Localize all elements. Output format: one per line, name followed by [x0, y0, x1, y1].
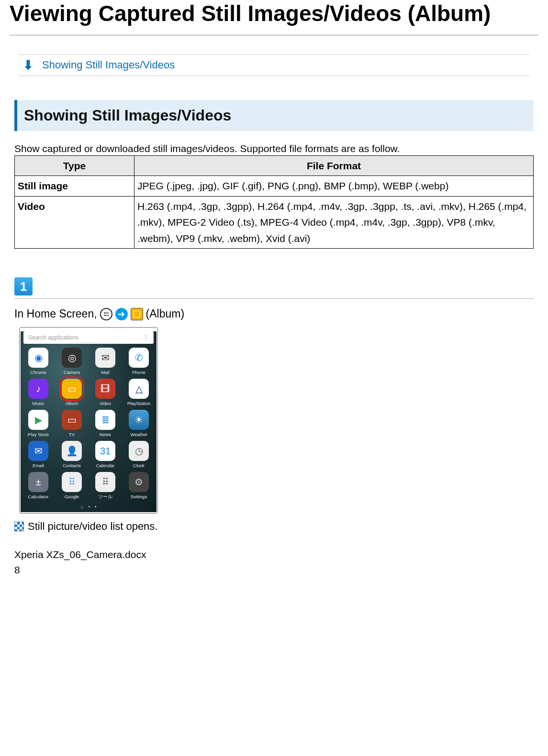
cell-format: H.263 (.mp4, .3gp, .3gpp), H.264 (.mp4, …	[134, 196, 534, 249]
title-rule	[10, 35, 538, 35]
table-row: Video H.263 (.mp4, .3gp, .3gpp), H.264 (…	[15, 196, 534, 249]
down-arrow-icon: ⬇	[23, 58, 34, 73]
step-text-prefix: In Home Screen,	[14, 307, 97, 320]
th-type: Type	[15, 155, 134, 176]
album-icon	[131, 308, 143, 320]
app-cell: ✉Email	[22, 441, 54, 468]
app-cell: ◷Clock	[123, 441, 155, 468]
app-cell: ♪Music	[22, 379, 54, 406]
footer-page-number: 8	[14, 562, 538, 578]
app-icon: ▭	[62, 379, 82, 399]
step-text-suffix: (Album)	[146, 307, 185, 320]
app-cell: ⠿ツール	[89, 472, 121, 500]
app-cell: ▭Album	[56, 379, 88, 406]
app-icon: ☀	[129, 410, 149, 430]
app-label: Google	[65, 494, 79, 499]
app-label: Album	[66, 401, 78, 406]
phone-screenshot: Search applications ⋮ ◉Chrome◎Camera✉Mai…	[19, 327, 158, 514]
cell-type: Video	[15, 196, 134, 249]
app-icon: ✉	[95, 348, 115, 368]
app-cell: ✉Mail	[89, 348, 121, 375]
app-label: TV	[69, 432, 75, 437]
app-icon: ≣	[95, 410, 115, 430]
app-label: Play Store	[28, 432, 49, 437]
step-1-instruction: In Home Screen, ➜ (Album)	[14, 307, 534, 320]
app-label: PlayStation	[127, 401, 150, 406]
app-label: Contacts	[63, 463, 81, 468]
app-icon: ⠿	[62, 472, 82, 492]
app-icon: ▭	[62, 410, 82, 430]
nav-dots: ⌂••	[21, 504, 157, 509]
cell-format: JPEG (.jpeg, .jpg), GIF (.gif), PNG (.pn…	[134, 176, 534, 197]
app-icon: ✉	[28, 441, 48, 461]
app-label: Weather	[130, 432, 147, 437]
cell-type: Still image	[15, 176, 134, 197]
app-icon: 31	[95, 441, 115, 461]
app-cell: ◉Chrome	[22, 348, 54, 375]
app-label: News	[100, 432, 111, 437]
footer-filename: Xperia XZs_06_Camera.docx	[14, 547, 538, 562]
app-cell: ≣News	[89, 410, 121, 437]
app-icon: 👤	[62, 441, 82, 461]
app-icon: ♪	[28, 379, 48, 399]
app-label: Calculator	[28, 494, 49, 499]
app-label: Email	[33, 463, 44, 468]
app-cell: ☀Weather	[123, 410, 155, 437]
app-icon: △	[129, 379, 149, 399]
app-cell: ▭TV	[56, 410, 88, 437]
step-rule	[14, 298, 534, 299]
app-label: Settings	[131, 494, 147, 499]
table-row: Still image JPEG (.jpeg, .jpg), GIF (.gi…	[15, 176, 534, 197]
app-cell: ✆Phone	[123, 348, 155, 375]
toc: ⬇ Showing Still Images/Videos	[19, 55, 529, 76]
app-label: Chrome	[30, 370, 46, 375]
app-cell: 🎞Video	[89, 379, 121, 406]
th-format: File Format	[134, 155, 534, 176]
app-icon: ±	[28, 472, 48, 492]
search-placeholder: Search applications	[28, 334, 78, 341]
app-label: Music	[33, 401, 45, 406]
step-1-badge: 1	[14, 277, 33, 296]
section-heading-text: Showing Still Images/Videos	[24, 107, 527, 124]
app-cell: △PlayStation	[123, 379, 155, 406]
app-icon: 🎞	[95, 379, 115, 399]
app-icon: ✆	[129, 348, 149, 368]
app-icon: ◉	[28, 348, 48, 368]
app-cell: ◎Camera	[56, 348, 88, 375]
section-intro: Show captured or downloaded still images…	[14, 143, 534, 154]
kebab-menu-icon: ⋮	[143, 334, 149, 341]
app-icon: ▶	[28, 410, 48, 430]
search-bar: Search applications ⋮	[23, 331, 154, 344]
app-cell: ⠿Google	[56, 472, 88, 500]
result: Still picture/video list opens.	[14, 520, 534, 533]
app-label: Clock	[133, 463, 145, 468]
app-label: Video	[100, 401, 111, 406]
app-label: Calendar	[96, 463, 115, 468]
app-cell: 31Calendar	[89, 441, 121, 468]
result-text: Still picture/video list opens.	[28, 520, 157, 533]
toc-link-showing[interactable]: Showing Still Images/Videos	[42, 59, 175, 71]
app-icon: ⚙	[129, 472, 149, 492]
app-icon: ◎	[62, 348, 82, 368]
app-label: ツール	[98, 494, 112, 500]
app-cell: ▶Play Store	[22, 410, 54, 437]
arrow-right-icon: ➜	[115, 308, 128, 320]
section-heading: Showing Still Images/Videos	[14, 100, 534, 131]
app-icon: ⠿	[95, 472, 115, 492]
app-icon: ◷	[129, 441, 149, 461]
app-cell: 👤Contacts	[56, 441, 88, 468]
app-cell: ±Calculator	[22, 472, 54, 500]
formats-table: Type File Format Still image JPEG (.jpeg…	[14, 155, 534, 249]
page-title: Viewing Captured Still Images/Videos (Al…	[10, 0, 538, 35]
app-label: Mail	[101, 370, 109, 375]
app-label: Phone	[132, 370, 145, 375]
app-label: Camera	[64, 370, 80, 375]
result-icon	[14, 522, 24, 531]
apps-icon	[100, 308, 112, 320]
app-cell: ⚙Settings	[123, 472, 155, 500]
